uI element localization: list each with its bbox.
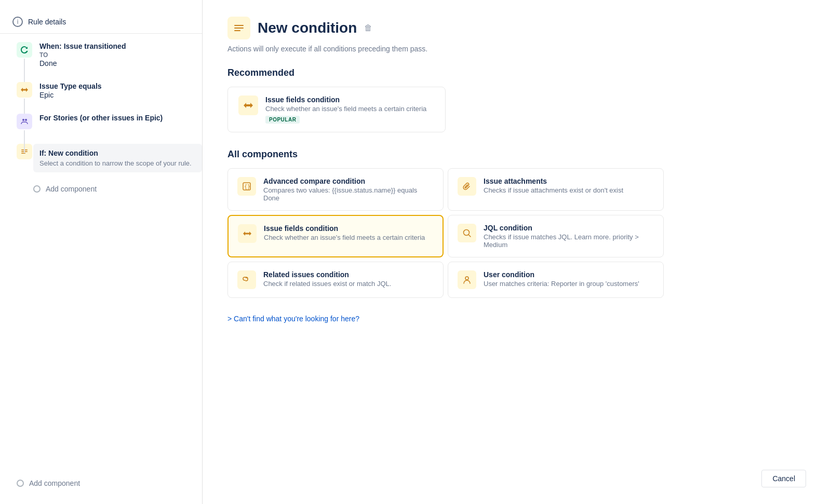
sidebar-item-new-condition-wrapper: If: New condition Select a condition to …	[17, 144, 202, 172]
for-stories-title: For Stories (or other issues in Epic)	[39, 114, 202, 122]
component-card-advanced-compare[interactable]: {} Advanced compare condition Compares t…	[227, 168, 444, 211]
when-icon	[17, 42, 32, 58]
issue-attachments-body: Issue attachments Checks if issue attach…	[484, 177, 623, 194]
sidebar-item-issue-type[interactable]: Issue Type equals Epic	[17, 82, 202, 99]
advanced-compare-body: Advanced compare condition Compares two …	[263, 177, 434, 202]
popular-badge: POPULAR	[265, 116, 300, 124]
issue-fields-icon	[238, 224, 257, 243]
svg-rect-7	[234, 30, 240, 31]
info-icon: i	[12, 17, 23, 27]
sidebar-item-when-issue-transitioned[interactable]: When: Issue transitioned TO Done	[17, 42, 202, 67]
when-content: When: Issue transitioned TO Done	[39, 42, 202, 67]
svg-point-1	[25, 119, 27, 121]
user-condition-desc: User matches criteria: Reporter in group…	[484, 280, 639, 288]
component-card-issue-attachments[interactable]: Issue attachments Checks if issue attach…	[448, 168, 664, 211]
sidebar-timeline: When: Issue transitioned TO Done Issue T…	[0, 42, 202, 197]
issue-type-value: Epic	[39, 91, 202, 99]
svg-text:{}: {}	[244, 184, 250, 189]
for-stories-content: For Stories (or other issues in Epic)	[39, 114, 202, 122]
component-card-issue-fields[interactable]: Issue fields condition Check whether an …	[227, 215, 444, 257]
when-subtitle: TO	[39, 51, 202, 59]
add-component-inner-label: Add component	[46, 185, 97, 193]
user-condition-title: User condition	[484, 270, 639, 279]
add-component-bottom[interactable]: Add component	[0, 473, 202, 494]
jql-desc: Checks if issue matches JQL. Learn more.…	[484, 233, 654, 249]
new-condition-title: If: New condition	[39, 149, 196, 157]
recommended-card-title: Issue fields condition	[265, 96, 426, 104]
svg-rect-5	[234, 25, 244, 26]
for-stories-icon	[17, 114, 32, 129]
user-condition-icon	[458, 270, 476, 289]
main-icon	[227, 17, 250, 39]
new-condition-selected[interactable]: If: New condition Select a condition to …	[33, 144, 202, 172]
sidebar: i Rule details When: Issue transitioned …	[0, 0, 203, 504]
sidebar-item-for-stories[interactable]: For Stories (or other issues in Epic)	[17, 114, 202, 129]
svg-point-10	[464, 230, 470, 236]
svg-rect-6	[234, 28, 244, 29]
svg-point-12	[465, 277, 468, 280]
issue-type-title: Issue Type equals	[39, 82, 202, 90]
jql-icon	[458, 224, 476, 242]
main-title: New condition	[258, 20, 357, 36]
component-card-jql[interactable]: JQL condition Checks if issue matches JQ…	[448, 215, 664, 257]
all-components-section-title: All components	[227, 149, 806, 160]
related-issues-icon	[237, 270, 256, 289]
add-component-dot-bottom	[17, 480, 24, 487]
advanced-compare-title: Advanced compare condition	[263, 177, 434, 185]
main-subtitle: Actions will only execute if all conditi…	[227, 45, 806, 53]
components-grid: {} Advanced compare condition Compares t…	[227, 168, 664, 298]
issue-type-icon	[17, 82, 32, 98]
related-issues-desc: Check if related issues exist or match J…	[263, 280, 391, 288]
related-issues-title: Related issues condition	[263, 270, 391, 279]
issue-fields-title: Issue fields condition	[264, 224, 425, 233]
when-value: Done	[39, 59, 202, 67]
issue-fields-body: Issue fields condition Check whether an …	[264, 224, 425, 241]
trash-icon[interactable]: 🗑	[364, 23, 372, 33]
recommended-card[interactable]: Issue fields condition Check whether an …	[227, 87, 446, 132]
advanced-compare-desc: Compares two values: {{issue.status.name…	[263, 186, 434, 202]
rule-details-label: Rule details	[28, 18, 66, 26]
cant-find-link[interactable]: Can't find what you're looking for here?	[227, 315, 806, 323]
new-condition-desc: Select a condition to narrow the scope o…	[39, 159, 196, 167]
main-header: New condition 🗑	[227, 17, 806, 39]
jql-title: JQL condition	[484, 224, 654, 232]
issue-attachments-icon	[458, 177, 476, 196]
add-component-bottom-label: Add component	[29, 479, 80, 487]
recommended-card-body: Issue fields condition Check whether an …	[265, 96, 426, 124]
user-condition-body: User condition User matches criteria: Re…	[484, 270, 639, 288]
main-content: New condition 🗑 Actions will only execut…	[203, 0, 831, 504]
when-title: When: Issue transitioned	[39, 42, 202, 50]
advanced-compare-icon: {}	[237, 177, 256, 196]
related-issues-body: Related issues condition Check if relate…	[263, 270, 391, 288]
recommended-card-icon	[238, 96, 258, 115]
sidebar-rule-details[interactable]: i Rule details	[0, 10, 202, 34]
svg-line-11	[469, 235, 471, 237]
issue-attachments-desc: Checks if issue attachments exist or don…	[484, 186, 623, 194]
issue-type-content: Issue Type equals Epic	[39, 82, 202, 99]
component-card-user-condition[interactable]: User condition User matches criteria: Re…	[448, 262, 664, 298]
jql-body: JQL condition Checks if issue matches JQ…	[484, 224, 654, 249]
issue-fields-desc: Check whether an issue's field meets a c…	[264, 234, 425, 241]
svg-point-0	[22, 119, 24, 121]
add-component-inner[interactable]: Add component	[17, 181, 202, 197]
issue-attachments-title: Issue attachments	[484, 177, 623, 185]
recommended-card-desc: Check whether an issue's field meets a c…	[265, 105, 426, 113]
component-card-related-issues[interactable]: Related issues condition Check if relate…	[227, 262, 444, 298]
add-component-dot-inner	[33, 185, 41, 193]
recommended-section-title: Recommended	[227, 67, 806, 78]
cancel-button[interactable]: Cancel	[761, 470, 806, 487]
